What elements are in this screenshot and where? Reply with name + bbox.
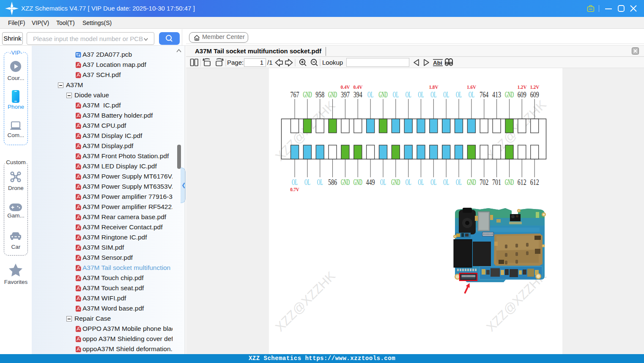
svg-text:/1: /1: [267, 59, 273, 66]
svg-text:OL: OL: [430, 178, 436, 187]
svg-text:767: 767: [290, 91, 299, 99]
svg-text:702: 702: [480, 178, 488, 187]
svg-text:OL: OL: [406, 178, 411, 187]
svg-text:OL: OL: [317, 178, 323, 187]
svg-text:1: 1: [260, 59, 263, 66]
svg-text:958: 958: [315, 91, 324, 99]
svg-text:1.6V: 1.6V: [467, 84, 477, 90]
svg-text:OL: OL: [418, 91, 424, 99]
svg-text:OL: OL: [443, 91, 449, 99]
svg-text:0.4V: 0.4V: [353, 84, 363, 90]
svg-text:449: 449: [366, 178, 375, 187]
svg-text:612: 612: [530, 178, 539, 187]
svg-text:609: 609: [518, 91, 526, 99]
svg-text:764: 764: [480, 91, 488, 99]
svg-text:GND: GND: [354, 178, 362, 187]
svg-text:612: 612: [518, 178, 526, 187]
svg-text:394: 394: [354, 91, 362, 99]
svg-text:OL: OL: [456, 178, 462, 187]
svg-text:Abi: Abi: [433, 60, 442, 66]
svg-text:1.8V: 1.8V: [429, 84, 439, 90]
svg-text:1.2V: 1.2V: [518, 84, 527, 90]
svg-text:OL: OL: [469, 91, 474, 99]
svg-text:GND: GND: [379, 91, 388, 99]
svg-text:GND: GND: [341, 178, 350, 187]
svg-text:OL: OL: [380, 178, 386, 187]
svg-text:609: 609: [530, 91, 539, 99]
svg-text:413: 413: [492, 91, 501, 99]
svg-text:GND: GND: [505, 178, 514, 187]
svg-text:GND: GND: [303, 91, 312, 99]
svg-text:GND: GND: [505, 91, 514, 99]
svg-text:OL: OL: [430, 91, 436, 99]
svg-text:OL: OL: [418, 178, 424, 187]
svg-text:GND: GND: [391, 178, 400, 187]
svg-text:397: 397: [341, 91, 350, 99]
svg-text:GND: GND: [328, 91, 337, 99]
svg-text:0.7V: 0.7V: [290, 187, 299, 192]
svg-text:Lookup: Lookup: [322, 59, 343, 66]
svg-text:Page:: Page:: [227, 59, 244, 66]
svg-text:0.4V: 0.4V: [341, 84, 351, 90]
svg-text:OL: OL: [406, 91, 411, 99]
svg-text:XZZ@XZZHK: XZZ@XZZHK: [272, 269, 337, 334]
svg-text:OL: OL: [456, 91, 462, 99]
svg-text:GND: GND: [467, 178, 476, 187]
svg-text:586: 586: [328, 178, 337, 187]
svg-text:1.2V: 1.2V: [530, 84, 540, 90]
svg-text:OL: OL: [304, 178, 310, 187]
svg-text:701: 701: [492, 178, 501, 187]
svg-text:OL: OL: [367, 91, 373, 99]
svg-text:OL: OL: [443, 178, 449, 187]
svg-text:OL: OL: [393, 91, 399, 99]
svg-text:OL: OL: [292, 178, 298, 187]
